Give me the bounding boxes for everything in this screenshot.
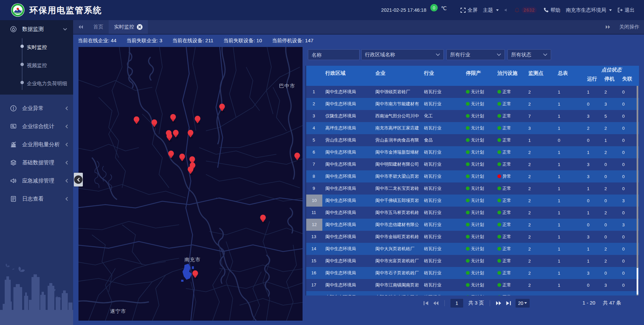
table-row[interactable]: 10 阆中生态环境局 阆中千佛镇五郎垭页岩 砖瓦行业 无计划 正常 2 1 0 … xyxy=(305,195,639,207)
page-number-input[interactable] xyxy=(450,299,463,308)
name-filter-input[interactable] xyxy=(308,49,360,60)
cell-industry: 食品 xyxy=(421,137,463,143)
fullscreen-button[interactable]: 全屏 xyxy=(460,7,478,13)
tab-close-icon[interactable] xyxy=(137,24,143,30)
column-subheader: 停机 xyxy=(601,76,619,82)
stat-label: 当前在线设备 xyxy=(172,38,203,43)
mute-speaker-icon[interactable] xyxy=(504,8,508,12)
cell-offline: 0 xyxy=(619,247,639,252)
sidebar-subitem[interactable]: 视频监控 xyxy=(0,56,73,74)
map-pin-icon[interactable] xyxy=(293,152,301,162)
table-row[interactable]: 16 阆中生态环境局 阆中市石子页岩机砖厂 砖瓦行业 无计划 正常 2 1 3 … xyxy=(305,267,639,279)
org-dropdown[interactable]: 南充市生态环境局 xyxy=(566,7,612,13)
phone-icon xyxy=(543,7,549,13)
submenu-dot-icon xyxy=(20,63,24,66)
table-row[interactable]: 11 阆中生态环境局 阆中市五马桥页岩机砖 砖瓦行业 无计划 正常 2 1 1 … xyxy=(305,207,639,219)
cell-treatment-status: 正常 xyxy=(494,198,525,204)
sidebar-item-emergency[interactable]: 应急减排管理 xyxy=(0,172,73,190)
logout-icon xyxy=(617,7,623,13)
chevron-down-icon xyxy=(497,53,501,56)
table-row[interactable]: 4 高坪生态环境局 南充市高坪区王家店建 砖瓦行业 无计划 正常 3 1 2 2… xyxy=(305,122,639,134)
cell-offline: 0 xyxy=(619,210,639,215)
cell-offline: 0 xyxy=(619,283,639,288)
table-row[interactable]: 3 仪陇生态环境局 西南油气田分公司川中 化工 无计划 正常 7 1 3 5 0 xyxy=(305,110,639,122)
page-size-select[interactable]: 20 xyxy=(516,299,530,308)
theme-dropdown[interactable]: 主题 xyxy=(483,7,499,13)
prev-page-icon[interactable] xyxy=(433,301,439,306)
limit-status-text: 无计划 xyxy=(471,258,484,263)
table-row[interactable]: 8 阆中生态环境局 阆中市枣碧大梁山页岩 砖瓦行业 无计划 异常 2 1 3 0… xyxy=(305,170,639,182)
map-pin-icon[interactable] xyxy=(169,114,177,123)
cell-offline: 0 xyxy=(619,114,639,119)
table-row[interactable]: 15 阆中生态环境局 阆中市光富页岩机砖厂 砖瓦行业 无计划 正常 2 1 1 … xyxy=(305,255,639,267)
last-page-icon[interactable] xyxy=(506,301,511,306)
map-pin-icon[interactable] xyxy=(167,150,175,160)
map-pin-icon[interactable] xyxy=(218,103,226,113)
chevron-left-icon xyxy=(65,143,68,147)
sidebar-subitem[interactable]: 实时监控 xyxy=(0,38,73,56)
next-page-icon[interactable] xyxy=(496,301,501,306)
cell-monitor-points: 2 xyxy=(525,234,555,239)
scrollbar-thumb[interactable] xyxy=(637,268,638,294)
cell-limit-status: 无计划 xyxy=(463,282,494,288)
tab-home[interactable]: 首页 xyxy=(88,20,109,34)
map-pin-icon[interactable] xyxy=(187,166,194,175)
cell-monitor-points: 1 xyxy=(525,138,555,143)
map-city-label: 南充市 xyxy=(184,257,201,263)
table-row[interactable]: 5 营山生态环境局 营山县润丰肉食品有限 食品 无计划 正常 1 0 0 1 0 xyxy=(305,134,639,146)
close-operations-button[interactable]: 关闭操作 xyxy=(619,24,639,30)
table-row[interactable]: 1 阆中生态环境局 阆中强锐页岩砖厂 砖瓦行业 无计划 正常 2 1 1 2 0 xyxy=(305,86,639,98)
cell-monitor-points: 2 xyxy=(525,283,555,288)
tab-realtime-monitor[interactable]: 实时监控 xyxy=(109,20,148,34)
brand: 环保用电监管系统 xyxy=(0,3,102,17)
cell-monitor-points: 2 xyxy=(525,150,555,155)
help-button[interactable]: 帮助 xyxy=(543,7,560,13)
column-subheader: 运行 xyxy=(584,76,601,82)
map-pin-icon[interactable] xyxy=(133,116,140,125)
table-row[interactable]: 18 南部生态环境局 南部县础华水泥有限公 砖瓦行业 无计划 正常 6 0 0 … xyxy=(305,291,639,295)
cell-index: 14 xyxy=(305,243,322,255)
help-label: 帮助 xyxy=(550,7,560,13)
table-scrollbar[interactable] xyxy=(637,86,638,295)
map-pin-icon[interactable] xyxy=(194,115,201,125)
table-row[interactable]: 6 阆中生态环境局 阆中市金博瑞新型墙材 砖瓦行业 无计划 正常 2 1 1 2… xyxy=(305,146,639,158)
first-page-icon[interactable] xyxy=(423,301,429,306)
map-pin-icon[interactable] xyxy=(151,119,158,128)
tabs-scroll-right-icon[interactable] xyxy=(605,25,610,29)
cell-offline: 0 xyxy=(619,174,639,179)
map-pin-icon[interactable] xyxy=(187,129,194,139)
sidebar-item-company-abnormal[interactable]: 企业异常 xyxy=(0,99,73,117)
sidebar-item-power-analysis[interactable]: 企业用电量分析 xyxy=(0,136,73,154)
table-row[interactable]: 17 阆中生态环境局 阆中市江南镇阆南页岩 砖瓦行业 无计划 正常 2 1 0 … xyxy=(305,279,639,291)
page-title: 环保用电监管系统 xyxy=(30,5,102,16)
cell-offline: 0 xyxy=(619,102,639,107)
table-row[interactable]: 14 阆中生态环境局 阆中大兴页岩机砖厂 砖瓦行业 无计划 正常 2 1 1 2… xyxy=(305,243,639,255)
map-pin-icon[interactable] xyxy=(172,129,179,139)
tabs-scroll-left-icon[interactable] xyxy=(73,25,88,29)
table-row[interactable]: 7 阆中生态环境局 阆中明阳建材有限公司 砖瓦行业 无计划 正常 2 1 3 0… xyxy=(305,158,639,170)
map-pin-icon[interactable] xyxy=(192,270,199,279)
sidebar-item-company-stats[interactable]: 企业综合统计 xyxy=(0,117,73,136)
map-pin-icon[interactable] xyxy=(259,214,267,224)
status-dot-icon xyxy=(497,199,501,202)
cell-stopped: 0 xyxy=(601,174,619,179)
table-row[interactable]: 12 阆中生态环境局 阆中市忠信建材有限公 砖瓦行业 无计划 正常 2 1 0 … xyxy=(305,219,639,231)
sidebar-item-logs[interactable]: 日志查看 xyxy=(0,190,73,208)
cell-index: 15 xyxy=(305,255,322,267)
sidebar-item-base-data[interactable]: 基础数据管理 xyxy=(0,154,73,172)
map-panel[interactable]: 巴中市 南充市 遂宁市 xyxy=(78,47,303,321)
table-row[interactable]: 9 阆中生态环境局 阆中市二龙长宝页岩砖 砖瓦行业 无计划 正常 2 1 1 2… xyxy=(305,182,639,195)
sidebar-item-data-monitor[interactable]: 数据监测 xyxy=(0,20,73,38)
logout-button[interactable]: 退出 xyxy=(617,7,635,13)
treatment-status-text: 正常 xyxy=(502,210,511,215)
map-pin-icon[interactable] xyxy=(178,153,186,163)
industry-filter-select[interactable]: 所有行业 xyxy=(446,49,505,60)
map-pin-icon[interactable] xyxy=(166,133,173,142)
map-collapse-handle[interactable] xyxy=(74,173,83,186)
sidebar-subitem[interactable]: 企业电力负荷明细 xyxy=(0,74,73,93)
region-filter-select[interactable]: 行政区域名称 xyxy=(361,49,444,60)
notification-bell[interactable]: 2632 xyxy=(515,7,537,13)
table-row[interactable]: 13 阆中生态环境局 阆中市金福旺页岩机砖 砖瓦行业 无计划 正常 2 1 3 … xyxy=(305,231,639,243)
table-row[interactable]: 2 阆中生态环境局 阆中市南方节能建材有 砖瓦行业 无计划 正常 2 1 0 3… xyxy=(305,98,639,110)
status-filter-select[interactable]: 所有状态 xyxy=(507,49,551,60)
